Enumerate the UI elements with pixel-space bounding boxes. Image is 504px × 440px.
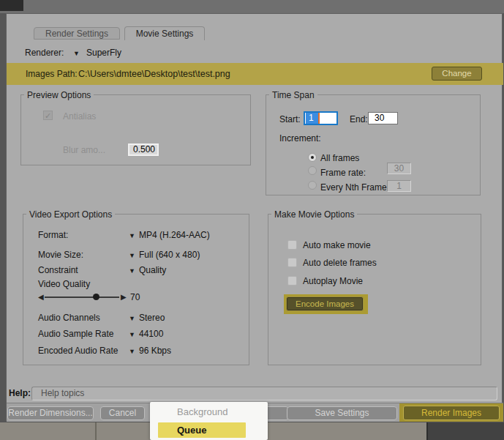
tab-movie-settings-label: Movie Settings: [136, 29, 194, 39]
all-frames-radio[interactable]: [308, 153, 317, 162]
antialias-label: Antialias: [63, 111, 96, 122]
all-frames-label: All frames: [320, 153, 359, 163]
check-icon: ✓: [45, 111, 51, 120]
video-export-group: Video Export Options Format: ▼ MP4 (H.26…: [23, 214, 249, 365]
every-nth-field[interactable]: 1: [387, 180, 411, 192]
tab-render-settings[interactable]: Render Settings: [34, 27, 120, 40]
blur-amount-label: Blur amo...: [63, 145, 105, 155]
menu-item-queue[interactable]: Queue: [158, 422, 246, 438]
dropdown-arrow-icon[interactable]: ▼: [129, 313, 135, 324]
slider-left-arrow-icon[interactable]: ◀: [38, 291, 44, 302]
movie-settings-dialog: Render Settings Movie Settings Renderer:…: [6, 13, 503, 421]
encoded-audio-rate-value[interactable]: 96 Kbps: [139, 346, 171, 356]
end-label: End:: [350, 114, 368, 124]
format-value[interactable]: MP4 (H.264-AAC): [139, 230, 210, 240]
save-settings-button[interactable]: Save Settings: [287, 406, 397, 420]
dropdown-arrow-icon[interactable]: ▼: [129, 231, 135, 241]
help-label: Help:: [9, 388, 31, 398]
start-value: 1: [306, 113, 318, 124]
video-quality-slider[interactable]: ◀ ▶ 70: [38, 291, 162, 302]
audio-sample-rate-value[interactable]: 44100: [139, 329, 163, 339]
increment-label: Increment:: [279, 133, 321, 143]
constraint-value[interactable]: Quality: [139, 265, 166, 275]
render-images-button[interactable]: Render Images: [403, 406, 500, 420]
render-images-highlight: Render Images: [399, 403, 503, 422]
frame-rate-radio[interactable]: [308, 166, 317, 175]
tab-movie-settings[interactable]: Movie Settings: [124, 26, 205, 40]
blur-amount-field[interactable]: 0.500: [128, 143, 159, 156]
window-title-strip: [0, 0, 504, 13]
dropdown-arrow-icon[interactable]: ▼: [129, 250, 135, 261]
cancel-button[interactable]: Cancel: [100, 406, 145, 420]
video-quality-value: 70: [130, 292, 140, 302]
menu-item-background[interactable]: Background: [150, 402, 268, 422]
strip-dark-panel: [426, 422, 504, 440]
render-dimensions-button[interactable]: Render Dimensions...: [7, 406, 94, 420]
slider-thumb[interactable]: [93, 294, 99, 300]
dropdown-arrow-icon[interactable]: ▼: [129, 346, 135, 357]
slider-track[interactable]: [45, 297, 119, 298]
auto-delete-frames-checkbox[interactable]: [287, 258, 297, 267]
screen: Render Settings Movie Settings Renderer:…: [0, 0, 504, 440]
change-button[interactable]: Change: [432, 67, 482, 81]
renderer-label: Renderer:: [25, 48, 64, 58]
frame-rate-field[interactable]: 30: [387, 163, 411, 174]
dropdown-arrow-icon[interactable]: ▼: [73, 48, 80, 59]
help-field[interactable]: Help topics: [31, 387, 497, 400]
title-dark-block: [0, 0, 23, 11]
end-field[interactable]: 30: [368, 112, 398, 124]
time-span-group: Time Span Start: 1 End: 30 Increment: Al…: [266, 94, 481, 195]
preview-options-group: Preview Options ✓ Antialias Blur amo... …: [20, 94, 251, 165]
autoplay-movie-label: Autoplay Movie: [303, 276, 363, 286]
audio-channels-value[interactable]: Stereo: [139, 313, 165, 323]
antialias-checkbox[interactable]: ✓: [43, 111, 53, 120]
render-popup-menu: Background Queue: [150, 402, 268, 440]
strip-divider: [95, 422, 97, 440]
encoded-audio-rate-label: Encoded Audio Rate: [38, 346, 118, 356]
tab-render-settings-label: Render Settings: [45, 29, 108, 39]
auto-delete-frames-label: Auto delete frames: [303, 258, 377, 268]
start-label: Start:: [279, 114, 301, 124]
encode-images-button[interactable]: Encode Images: [286, 297, 364, 311]
text-caret: [318, 113, 320, 124]
dropdown-arrow-icon[interactable]: ▼: [129, 266, 135, 276]
start-field[interactable]: 1: [304, 111, 338, 125]
video-quality-label: Video Quality: [38, 279, 90, 289]
auto-make-movie-label: Auto make movie: [303, 240, 371, 250]
preview-options-title: Preview Options: [24, 90, 94, 100]
every-nth-label: Every Nth Frame:: [320, 182, 389, 193]
autoplay-movie-checkbox[interactable]: [287, 276, 297, 286]
frame-rate-label: Frame rate:: [320, 168, 366, 178]
slider-right-arrow-icon[interactable]: ▶: [121, 291, 127, 302]
audio-channels-label: Audio Channels: [38, 313, 100, 323]
movie-size-label: Movie Size:: [38, 250, 83, 260]
dropdown-arrow-icon[interactable]: ▼: [129, 329, 135, 340]
renderer-value[interactable]: SuperFly: [86, 48, 121, 58]
make-movie-group: Make Movie Options Auto make movie Auto …: [268, 214, 481, 365]
auto-make-movie-checkbox[interactable]: [287, 240, 297, 250]
movie-size-value[interactable]: Full (640 x 480): [139, 250, 200, 260]
video-export-title: Video Export Options: [26, 209, 115, 220]
every-nth-radio[interactable]: [308, 181, 317, 190]
images-path-label: Images Path:: [26, 69, 78, 79]
images-path-value: C:\Users\dmtee\Desktop\test\test.png: [78, 69, 230, 79]
encode-images-highlight: Encode Images: [284, 294, 368, 314]
make-movie-title: Make Movie Options: [271, 209, 357, 220]
audio-sample-rate-label: Audio Sample Rate: [38, 329, 113, 339]
time-span-title: Time Span: [269, 90, 317, 100]
images-path-bar: Images Path: C:\Users\dmtee\Desktop\test…: [7, 63, 503, 85]
constraint-label: Constraint: [38, 265, 78, 275]
format-label: Format:: [38, 230, 68, 240]
